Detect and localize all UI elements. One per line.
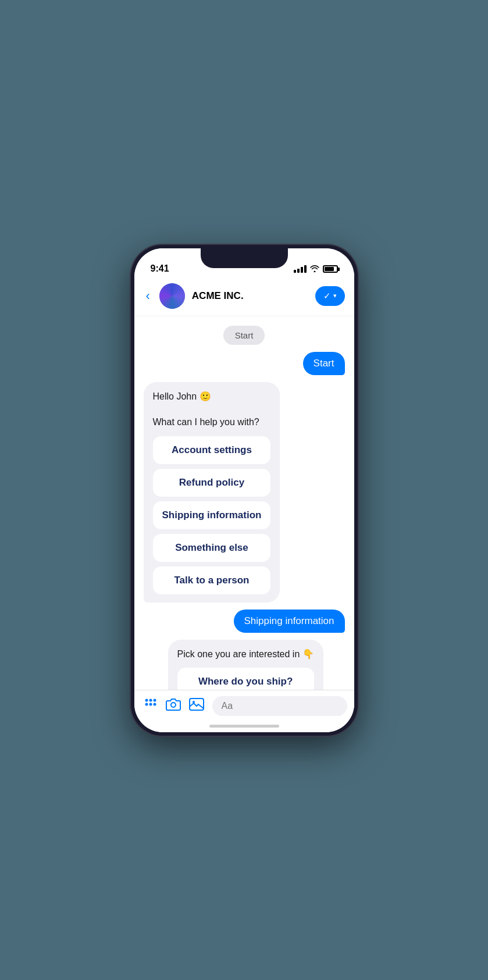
user-start-wrap: Start [144,352,345,375]
option-shipping-information[interactable]: Shipping information [153,501,271,529]
svg-point-6 [171,703,176,707]
check-icon: ✓ [323,291,331,301]
chat-area: Start Start Hello John 🙂 What can I help… [134,316,354,690]
svg-point-0 [145,699,148,701]
bot-followup-wrap: Pick one you are interested in 👇 Where d… [144,640,345,690]
status-icons [294,265,338,274]
start-label: Start [223,326,265,345]
bot-followup-text: Pick one you are interested in 👇 [177,648,314,661]
contact-name: ACME INC. [192,290,308,302]
user-selection-bubble: Shipping information [234,610,345,633]
chevron-down-icon: ▾ [333,292,337,300]
status-time: 9:41 [151,263,169,274]
user-start-bubble: Start [303,352,345,375]
check-button[interactable]: ✓ ▾ [315,286,345,306]
image-icon[interactable] [189,698,204,714]
svg-point-2 [153,699,156,701]
notch [201,248,288,268]
back-button[interactable]: ‹ [144,286,152,306]
bot-followup-bubble: Pick one you are interested in 👇 Where d… [168,640,323,690]
home-indicator [209,725,279,728]
bot-greeting-text: Hello John 🙂 What can I help you with? [153,390,271,429]
svg-point-1 [149,699,152,701]
phone-screen: 9:41 [134,248,354,732]
camera-icon[interactable] [166,698,181,714]
battery-icon [323,265,338,273]
avatar [159,283,185,309]
svg-point-3 [145,703,148,705]
option-where-ship[interactable]: Where do you ship? [177,668,314,689]
option-account-settings[interactable]: Account settings [153,436,271,464]
user-selection-wrap: Shipping information [144,610,345,633]
chat-header: ‹ ACME INC. ✓ ▾ [134,277,354,316]
start-label-bubble: Start [144,326,345,345]
option-something-else[interactable]: Something else [153,534,271,562]
message-input[interactable] [212,696,347,716]
option-talk-to-person[interactable]: Talk to a person [153,566,271,594]
signal-icon [294,265,307,273]
phone-frame: 9:41 [131,245,358,736]
bot-greeting-wrap: Hello John 🙂 What can I help you with? A… [144,382,345,603]
wifi-icon [310,265,319,274]
svg-point-5 [153,703,156,705]
grid-icon[interactable] [144,697,158,715]
svg-point-4 [149,703,152,705]
option-refund-policy[interactable]: Refund policy [153,469,271,497]
bot-greeting-bubble: Hello John 🙂 What can I help you with? A… [144,382,280,603]
